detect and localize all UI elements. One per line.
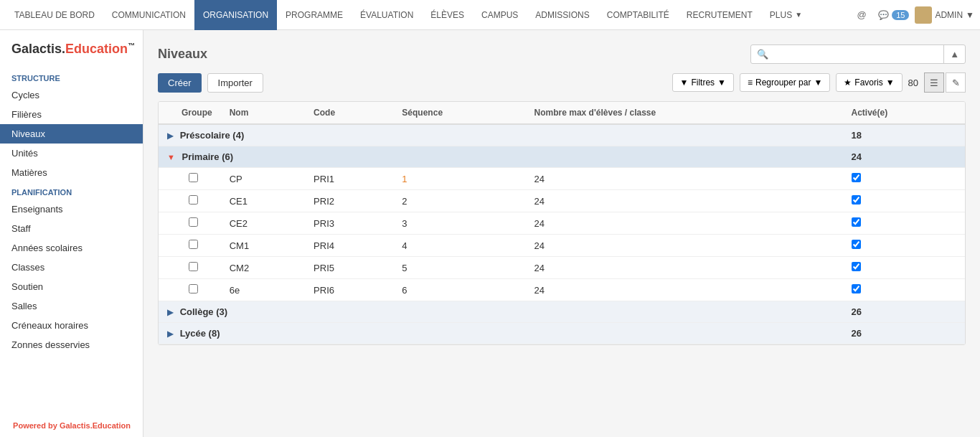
table-row: 6e PRI6 6 24 [159, 279, 965, 301]
active-checkbox-cm1[interactable] [852, 240, 861, 249]
chevron-down-icon: ▼ [886, 77, 895, 88]
col-code[interactable]: Code [305, 102, 393, 124]
cell-nom-ce1: CE1 [221, 190, 305, 212]
sidebar-item-cycles[interactable]: Cycles [0, 85, 143, 105]
sidebar-item-enseignants[interactable]: Enseignants [0, 199, 143, 219]
view-icons: ☰ ✎ [924, 72, 966, 93]
sidebar-item-salles[interactable]: Salles [0, 296, 143, 316]
row-checkbox-6e[interactable] [189, 284, 198, 293]
active-checkbox-ce2[interactable] [852, 217, 861, 227]
nav-programme[interactable]: PROGRAMME [277, 0, 352, 30]
sidebar-footer: Powered by Galactis.Education [0, 421, 143, 430]
active-checkbox-cp[interactable] [852, 173, 861, 182]
email-icon-btn[interactable]: @ [851, 4, 872, 26]
import-button[interactable]: Importer [207, 73, 263, 93]
page-header: Niveaux 🔍 ▲ [158, 44, 966, 64]
nav-right: @ 💬 15 ADMIN ▼ [851, 4, 974, 26]
sidebar-item-zonnes[interactable]: Zonnes desservies [0, 335, 143, 354]
group-icon: ≡ [748, 77, 753, 88]
group-by-button[interactable]: ≡ Regrouper par ▼ [740, 73, 830, 92]
sidebar-item-soutien[interactable]: Soutien [0, 277, 143, 296]
chevron-down-icon: ▼ [814, 77, 822, 88]
filters-button[interactable]: ▼ Filtres ▼ [672, 73, 734, 92]
nav-organisation[interactable]: ORGANISATION [194, 0, 277, 30]
cell-code-6e: PRI6 [305, 279, 393, 301]
create-button[interactable]: Créer [158, 73, 202, 93]
group-prescolaire-count: 18 [843, 124, 966, 146]
group-lycee-count: 26 [843, 323, 966, 344]
expand-icon-lycee[interactable]: ▶ [167, 329, 173, 338]
sidebar-item-niveaux[interactable]: Niveaux [0, 124, 143, 144]
sidebar-item-classes[interactable]: Classes [0, 258, 143, 277]
logo-edu: Education [65, 42, 128, 56]
active-checkbox-cm2[interactable] [852, 262, 861, 271]
search-dropdown-btn[interactable]: ▲ [943, 45, 965, 63]
sidebar-item-filieres[interactable]: Filières [0, 105, 143, 124]
table-row: CE1 PRI2 2 24 [159, 190, 965, 212]
row-checkbox-cp[interactable] [189, 173, 198, 182]
nav-evaluation[interactable]: ÉVALUATION [352, 0, 422, 30]
cell-max-cp: 24 [526, 168, 843, 190]
cell-max-ce2: 24 [526, 212, 843, 235]
cell-nom-cm2: CM2 [221, 257, 305, 279]
cell-seq-6e: 6 [393, 279, 525, 301]
row-checkbox-cm2[interactable] [189, 262, 198, 271]
star-icon: ★ [844, 77, 852, 88]
search-input[interactable] [774, 45, 943, 63]
nav-admissions[interactable]: ADMISSIONS [527, 0, 598, 30]
admin-menu-btn[interactable]: ADMIN ▼ [915, 6, 974, 24]
group-prescolaire: ▶ Préscolaire (4) 18 [159, 124, 965, 146]
favorites-button[interactable]: ★ Favoris ▼ [836, 73, 902, 92]
filter-icon: ▼ [680, 77, 689, 88]
admin-label: ADMIN [935, 10, 963, 20]
col-nombre-max[interactable]: Nombre max d'élèves / classe [526, 102, 843, 124]
messages-btn[interactable]: 💬 15 [878, 10, 909, 20]
nav-plus[interactable]: PLUS ▼ [761, 0, 811, 30]
top-navigation: TABLEAU DE BORD COMMUNICATION ORGANISATI… [0, 0, 980, 30]
nav-comptabilite[interactable]: COMPTABILITÉ [598, 0, 678, 30]
nav-recrutement[interactable]: RECRUTEMENT [678, 0, 761, 30]
cell-code-cm1: PRI4 [305, 235, 393, 257]
cell-code-ce1: PRI2 [305, 190, 393, 212]
group-primaire-count: 24 [843, 146, 966, 168]
sidebar-item-annees[interactable]: Années scolaires [0, 238, 143, 258]
cell-max-6e: 24 [526, 279, 843, 301]
expand-icon-college[interactable]: ▶ [167, 308, 173, 316]
nav-tableau[interactable]: TABLEAU DE BORD [6, 0, 103, 30]
row-checkbox-cm1[interactable] [189, 240, 198, 249]
nav-eleves[interactable]: ÉLÈVES [422, 0, 473, 30]
nav-campus[interactable]: CAMPUS [473, 0, 527, 30]
record-count: 80 [908, 77, 918, 88]
messages-count: 15 [892, 10, 909, 20]
cell-seq-cp: 1 [393, 168, 525, 190]
main-layout: Galactis.Education™ STRUCTURE Cycles Fil… [0, 30, 980, 437]
col-active[interactable]: Activé(e) [843, 102, 966, 124]
active-checkbox-ce1[interactable] [852, 195, 861, 205]
expand-icon-primaire[interactable]: ▼ [167, 153, 175, 161]
group-lycee: ▶ Lycée (8) 26 [159, 323, 965, 344]
active-checkbox-6e[interactable] [852, 284, 861, 293]
cell-seq-cm1: 4 [393, 235, 525, 257]
col-nom[interactable]: Nom [221, 102, 305, 124]
cell-max-ce1: 24 [526, 190, 843, 212]
page-title: Niveaux [158, 47, 207, 62]
nav-communication[interactable]: COMMUNICATION [103, 0, 194, 30]
nav-items: TABLEAU DE BORD COMMUNICATION ORGANISATI… [6, 0, 851, 30]
cell-nom-ce2: CE2 [221, 212, 305, 235]
table-row: CE2 PRI3 3 24 [159, 212, 965, 235]
edit-view-btn[interactable]: ✎ [946, 72, 966, 93]
content-area: Niveaux 🔍 ▲ Créer Importer ▼ Filtres ▼ ≡ [143, 30, 980, 437]
sidebar-item-staff[interactable]: Staff [0, 219, 143, 238]
group-college-count: 26 [843, 301, 966, 323]
cell-code-cm2: PRI5 [305, 257, 393, 279]
cell-seq-ce2: 3 [393, 212, 525, 235]
chevron-down-icon: ▼ [795, 11, 802, 19]
sidebar-item-creneaux[interactable]: Créneaux horaires [0, 316, 143, 335]
expand-icon-prescolaire[interactable]: ▶ [167, 131, 173, 140]
list-view-btn[interactable]: ☰ [924, 72, 944, 93]
row-checkbox-ce2[interactable] [189, 217, 198, 227]
sidebar-item-unites[interactable]: Unités [0, 144, 143, 163]
row-checkbox-ce1[interactable] [189, 195, 198, 205]
col-sequence[interactable]: Séquence [393, 102, 525, 124]
sidebar-item-matieres[interactable]: Matières [0, 163, 143, 182]
